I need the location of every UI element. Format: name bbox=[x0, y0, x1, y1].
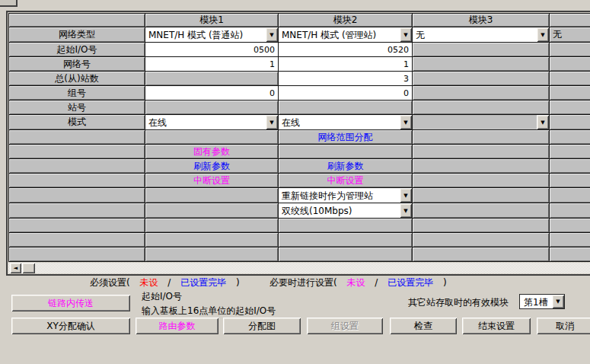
dropdown-arrow-icon[interactable]: ▼ bbox=[266, 27, 278, 42]
dropdown-arrow-icon[interactable]: ▼ bbox=[552, 295, 564, 308]
row-empty-3 bbox=[9, 247, 590, 262]
empty-cell bbox=[145, 233, 279, 247]
relink-select-m2[interactable]: 重新链接时作为管理站 ▼ bbox=[279, 188, 412, 203]
start-io-input-m2[interactable]: 0520 bbox=[279, 43, 413, 57]
network-no-cell-m4 bbox=[550, 57, 590, 72]
xy-confirm-button[interactable]: XY分配确认 bbox=[11, 318, 130, 334]
routing-params-button[interactable]: 路由参数 bbox=[136, 318, 218, 334]
empty-cell bbox=[9, 219, 145, 233]
network-no-input-m2[interactable]: 1 bbox=[279, 57, 413, 72]
refresh-params-button-m1[interactable]: 刷新参数 bbox=[145, 159, 279, 174]
network-parameter-dialog: { "colors": { "background": "#d4d0c8", "… bbox=[0, 0, 590, 364]
dropdown-arrow-icon[interactable]: ▼ bbox=[537, 27, 549, 42]
row-total-stations: 总(从)站数 3 bbox=[9, 72, 590, 86]
dropdown-arrow-icon[interactable]: ▼ bbox=[400, 115, 412, 129]
row-network-range: 网络范围分配 bbox=[9, 130, 590, 145]
scrollbar-thumb[interactable] bbox=[22, 263, 35, 273]
empty-cell bbox=[279, 247, 413, 262]
relink-cell-m4 bbox=[550, 188, 590, 203]
required-legend-label: 必须设置( bbox=[90, 276, 130, 289]
row-empty-1 bbox=[9, 219, 590, 233]
start-io-input-m1[interactable]: 0500 bbox=[145, 43, 279, 57]
refresh-cell-head bbox=[9, 159, 145, 174]
relink-cell-m3 bbox=[413, 188, 550, 203]
network-type-select-m1[interactable]: MNET/H 模式 (普通站) ▼ bbox=[145, 27, 278, 42]
refresh-cell-m4 bbox=[550, 159, 590, 174]
mode-select-m2[interactable]: 在线 ▼ bbox=[279, 115, 412, 129]
total-stations-input-m2[interactable]: 3 bbox=[279, 72, 413, 86]
required-done-text: 已设置完毕 bbox=[180, 276, 226, 289]
interrupt-settings-button-m2[interactable]: 中断设置 bbox=[279, 174, 413, 188]
refresh-cell-m3 bbox=[413, 159, 550, 174]
dropdown-arrow-icon[interactable]: ▼ bbox=[266, 115, 278, 129]
row-label-station-no: 站号 bbox=[9, 101, 145, 115]
row-label-start-io: 起始I/O号 bbox=[9, 43, 145, 57]
mode-value-m3 bbox=[413, 115, 537, 129]
total-stations-cell-m1 bbox=[145, 72, 279, 86]
network-range-cell-m3 bbox=[413, 130, 550, 145]
empty-cell bbox=[9, 247, 145, 262]
legend-slash: / bbox=[167, 277, 171, 288]
finish-setting-button[interactable]: 结束设置 bbox=[462, 318, 531, 334]
header-module4 bbox=[550, 14, 590, 27]
group-no-input-m2[interactable]: 0 bbox=[279, 86, 413, 101]
network-type-select-m2[interactable]: MNET/H 模式 (管理站) ▼ bbox=[279, 27, 412, 42]
row-cable-option: 双绞线(10Mbps) ▼ bbox=[9, 203, 590, 219]
mode-value-m2: 在线 bbox=[279, 115, 400, 129]
inherent-cell-m3 bbox=[413, 145, 550, 159]
row-label-total-stations: 总(从)站数 bbox=[9, 72, 145, 86]
check-button[interactable]: 检查 bbox=[390, 318, 457, 334]
link-transfer-button[interactable]: 链路内传送 bbox=[11, 295, 130, 311]
optional-legend: 必要时进行设置( 未设 / 已设置完毕 ) bbox=[269, 276, 447, 289]
cable-select-m2[interactable]: 双绞线(10Mbps) ▼ bbox=[279, 203, 412, 218]
mode-value-m1: 在线 bbox=[145, 115, 266, 129]
cancel-button[interactable]: 取消 bbox=[537, 318, 590, 334]
empty-cell bbox=[9, 233, 145, 247]
optional-done-text: 已设置完毕 bbox=[387, 276, 433, 289]
empty-cell bbox=[279, 233, 413, 247]
row-label-group-no: 组号 bbox=[9, 86, 145, 101]
valid-module-value: 第1槽 bbox=[520, 295, 552, 308]
station-no-cell-m2 bbox=[279, 101, 413, 115]
header-module1: 模块1 bbox=[145, 14, 279, 27]
refresh-params-button-m2[interactable]: 刷新参数 bbox=[279, 159, 413, 174]
mode-cell-m4 bbox=[550, 115, 590, 130]
dropdown-arrow-icon[interactable]: ▼ bbox=[400, 188, 412, 203]
network-type-select-m3[interactable]: 无 ▼ bbox=[413, 27, 549, 42]
dropdown-arrow-icon[interactable]: ▼ bbox=[400, 203, 412, 218]
empty-cell bbox=[413, 247, 550, 262]
network-range-cell-m1 bbox=[145, 130, 279, 145]
empty-cell bbox=[145, 219, 279, 233]
network-no-input-m1[interactable]: 1 bbox=[145, 57, 279, 72]
legend-paren: ) bbox=[443, 277, 447, 288]
required-unset-text: 未设 bbox=[140, 276, 158, 289]
cable-value-m2: 双绞线(10Mbps) bbox=[279, 203, 400, 218]
relink-cell-m1 bbox=[145, 188, 279, 203]
row-label-network-type: 网络类型 bbox=[9, 27, 145, 43]
start-io-hint-title: 起始I/O号 bbox=[142, 290, 182, 303]
horizontal-scrollbar[interactable]: ◄ bbox=[8, 263, 590, 273]
row-label-mode: 模式 bbox=[9, 115, 145, 130]
mode-select-m1[interactable]: 在线 ▼ bbox=[145, 115, 278, 129]
header-module2: 模块2 bbox=[279, 14, 413, 27]
dropdown-arrow-icon: ▼ bbox=[537, 115, 549, 129]
row-relink-option: 重新链接时作为管理站 ▼ bbox=[9, 188, 590, 203]
scroll-left-button[interactable]: ◄ bbox=[10, 263, 21, 273]
interrupt-settings-button-m1[interactable]: 中断设置 bbox=[145, 174, 279, 188]
row-empty-2 bbox=[9, 233, 590, 247]
total-stations-cell-m4 bbox=[550, 72, 590, 86]
inherent-params-button-m1[interactable]: 固有参数 bbox=[145, 145, 279, 159]
row-station-no: 站号 bbox=[9, 101, 590, 115]
valid-module-select[interactable]: 第1槽 ▼ bbox=[519, 294, 565, 309]
scroll-left-icon: ◄ bbox=[14, 265, 18, 271]
row-group-no: 组号 0 0 bbox=[9, 86, 590, 101]
empty-cell bbox=[145, 247, 279, 262]
assignment-map-button[interactable]: 分配图 bbox=[223, 318, 301, 334]
network-range-button-m2[interactable]: 网络范围分配 bbox=[279, 130, 413, 145]
group-no-input-m1[interactable]: 0 bbox=[145, 86, 279, 101]
interrupt-cell-m3 bbox=[413, 174, 550, 188]
optional-legend-label: 必要时进行设置( bbox=[269, 276, 337, 289]
row-network-type: 网络类型 MNET/H 模式 (普通站) ▼ MNET/H 模式 (管理站) ▼… bbox=[9, 27, 590, 43]
dropdown-arrow-icon[interactable]: ▼ bbox=[400, 27, 412, 42]
header-corner-cell bbox=[9, 14, 145, 27]
